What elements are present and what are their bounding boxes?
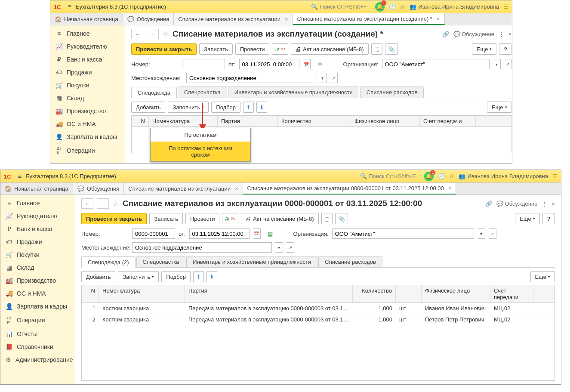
history-icon[interactable]: 🕘 — [438, 173, 445, 179]
col-party[interactable]: Партия — [218, 116, 278, 127]
save-button[interactable]: Записать — [149, 213, 183, 224]
close-icon[interactable]: × — [552, 201, 555, 207]
open-icon[interactable]: ↗ — [504, 59, 512, 69]
fill-button[interactable]: Заполнить ▾ — [118, 271, 159, 282]
sidebar-item-warehouse[interactable]: ▦Склад — [0, 261, 75, 274]
org-input[interactable] — [382, 59, 490, 69]
sidebar-item-operations[interactable]: ДтКтОперации — [50, 143, 125, 158]
add-button[interactable]: Добавить — [81, 271, 115, 282]
tab-expenses[interactable]: Списание расходов — [360, 86, 424, 98]
more-button[interactable]: Еще ▾ — [530, 271, 555, 282]
col-person[interactable]: Физическое лицо — [422, 285, 490, 302]
notifications-icon[interactable]: 🔔1 — [375, 2, 385, 12]
more-button[interactable]: Еще ▾ — [472, 43, 496, 55]
col-nomenclature[interactable]: Номенклатура — [99, 285, 185, 302]
sidebar-item-main[interactable]: ≡Главное — [0, 197, 75, 210]
tab-writeoff-list[interactable]: Списание материалов из эксплуатации× — [174, 13, 293, 25]
main-menu-icon[interactable]: ≡ — [68, 3, 71, 11]
global-search[interactable]: 🔍Поиск Ctrl+Shift+F — [360, 173, 416, 179]
tab-tooling[interactable]: Спецоснастка — [178, 86, 227, 98]
col-quantity[interactable]: Количество — [353, 285, 396, 302]
sidebar-item-manager[interactable]: 📈Руководителю — [0, 210, 75, 222]
menu-by-expired[interactable]: По остаткам с истекшим сроком — [151, 142, 250, 161]
post-and-close-button[interactable]: Провести и закрыть — [81, 213, 147, 224]
close-icon[interactable]: × — [508, 31, 512, 37]
tab-workwear[interactable]: Спецодежда (2) — [81, 256, 136, 268]
add-button[interactable]: Добавить — [131, 102, 165, 113]
location-input[interactable] — [186, 73, 315, 83]
star-icon[interactable]: ☆ — [449, 173, 454, 179]
sidebar-item-production[interactable]: 🏭Производство — [0, 274, 75, 287]
sidebar-item-purchase[interactable]: 🛒Покупки — [0, 248, 75, 261]
sidebar-item-purchase[interactable]: 🛒Покупки — [50, 79, 125, 92]
sidebar-item-assets[interactable]: 🚚ОС и НМА — [0, 287, 75, 300]
more-button[interactable]: Еще ▾ — [487, 102, 511, 113]
chevron-down-icon[interactable]: ▾ — [493, 59, 501, 69]
close-icon[interactable]: × — [437, 15, 440, 22]
sidebar-item-salary[interactable]: 👤Зарплата и кадры — [0, 300, 75, 313]
sidebar-item-manager[interactable]: 📈Руководителю — [50, 40, 125, 53]
tab-discussions[interactable]: 💬Обсуждения — [123, 13, 174, 25]
sidebar-item-sales[interactable]: 🏷Продажи — [0, 235, 75, 248]
select-button[interactable]: Подбор — [161, 271, 191, 282]
save-button[interactable]: Записать — [199, 43, 233, 55]
notifications-icon[interactable]: 🔔1 — [424, 172, 434, 181]
sidebar-item-reports[interactable]: 📊Отчеты — [0, 327, 75, 340]
number-input[interactable] — [132, 228, 175, 239]
sidebar-item-sales[interactable]: 🏷Продажи — [50, 66, 125, 79]
select-button[interactable]: Подбор — [211, 102, 240, 113]
global-search[interactable]: 🔍Поиск Ctrl+Shift+F — [311, 3, 367, 10]
tab-expenses[interactable]: Списание расходов — [318, 256, 382, 267]
col-n[interactable]: N — [82, 285, 99, 302]
open-icon[interactable]: ↗ — [489, 228, 496, 239]
more-icon[interactable]: ⋮ — [542, 201, 547, 207]
col-account[interactable]: Счет передачи — [490, 285, 533, 302]
sidebar-item-bank[interactable]: ₽Банк и касса — [50, 53, 125, 66]
more-button[interactable]: Еще ▾ — [515, 213, 539, 224]
sidebar-item-salary[interactable]: 👤Зарплата и кадры — [50, 130, 125, 143]
date-input[interactable] — [189, 228, 250, 239]
chevron-down-icon[interactable]: ▾ — [478, 228, 485, 239]
number-input[interactable] — [182, 59, 225, 69]
link-icon[interactable]: 🔗 — [485, 201, 492, 207]
sidebar-item-bank[interactable]: ₽Банк и касса — [0, 222, 75, 235]
favorite-icon[interactable]: ☆ — [112, 199, 119, 208]
date-input[interactable] — [239, 59, 299, 69]
tab-home[interactable]: 🏠Начальная страница — [50, 13, 123, 25]
chevron-down-icon[interactable]: ▾ — [319, 73, 327, 83]
sidebar-item-refs[interactable]: 📕Справочники — [0, 340, 75, 353]
posted-icon[interactable]: ▤ — [268, 231, 273, 237]
tab-tooling[interactable]: Спецоснастка — [136, 256, 186, 267]
sidebar-item-production[interactable]: 🏭Производство — [50, 105, 125, 117]
sidebar-item-main[interactable]: ≡Главное — [50, 27, 125, 40]
settings-icon[interactable]: ☰ — [552, 173, 558, 179]
open-icon[interactable]: ↗ — [287, 242, 294, 253]
col-account[interactable]: Счет передачи — [420, 116, 476, 127]
org-input[interactable] — [332, 228, 474, 239]
sidebar-item-warehouse[interactable]: ▦Склад — [50, 92, 125, 105]
discussion-link[interactable]: 💬 Обсуждение — [453, 31, 494, 37]
tab-discussions[interactable]: 💬Обсуждения — [73, 183, 124, 194]
tab-inventory[interactable]: Инвентарь и хозяйственные принадлежности — [186, 256, 317, 267]
act-print-button[interactable]: 🖨Акт на списание (МБ-8) — [241, 213, 318, 224]
sidebar-item-assets[interactable]: 🚚ОС и НМА — [50, 117, 125, 130]
structure-button[interactable]: ⬚ — [321, 213, 333, 224]
post-button[interactable]: Провести — [185, 213, 220, 224]
tab-home[interactable]: 🏠Начальная страница — [0, 183, 73, 194]
sidebar-item-admin[interactable]: ⚙Администрирование — [0, 353, 75, 366]
move-up-button[interactable]: ⬆ — [193, 271, 204, 282]
user-menu[interactable]: 👥Иванова Ирина Владимировна — [410, 3, 499, 10]
chevron-down-icon[interactable]: ▾ — [275, 242, 283, 253]
move-down-button[interactable]: ⬇ — [256, 102, 267, 113]
nav-forward-button[interactable]: → — [97, 198, 109, 209]
history-icon[interactable]: 🕘 — [389, 3, 396, 10]
close-icon[interactable]: × — [235, 185, 238, 192]
col-n[interactable]: N — [132, 116, 149, 127]
help-button[interactable]: ? — [542, 213, 555, 224]
open-icon[interactable]: ↗ — [330, 73, 338, 83]
more-icon[interactable]: ⋮ — [499, 31, 504, 37]
col-nomenclature[interactable]: Номенклатура — [149, 116, 218, 127]
post-and-close-button[interactable]: Провести и закрыть — [131, 43, 197, 55]
tab-workwear[interactable]: Спецодежда — [131, 87, 177, 98]
table-row[interactable]: 1Костюм сварщикаПередача материалов в эк… — [82, 303, 555, 314]
